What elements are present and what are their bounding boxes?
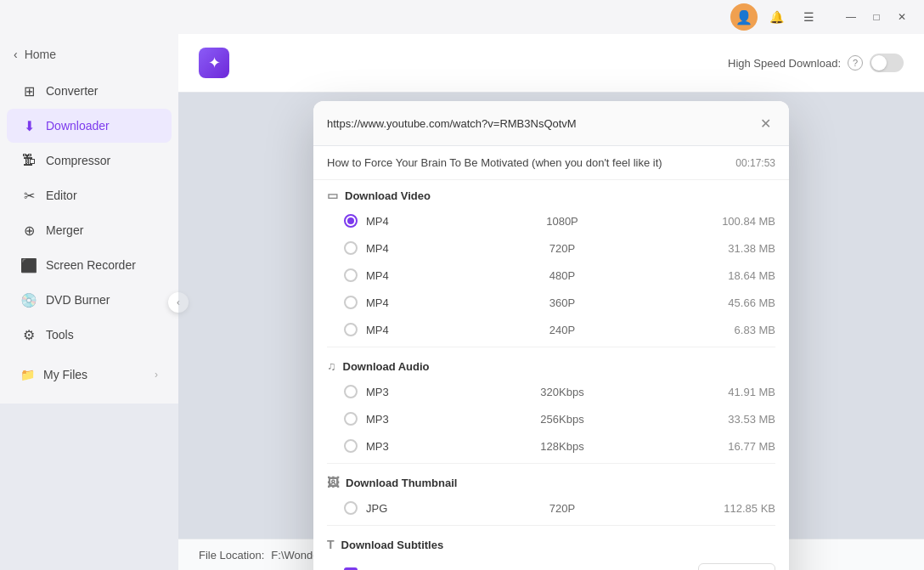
video-format-radio-2[interactable] xyxy=(344,268,358,282)
audio-format-quality-0: 320Kbps xyxy=(417,386,707,398)
audio-format-row-1[interactable]: MP3 256Kbps 33.53 MB xyxy=(313,405,789,432)
video-format-size-3: 45.66 MB xyxy=(707,296,775,309)
audio-format-radio-1[interactable] xyxy=(344,412,358,426)
downloader-icon: ⬇ xyxy=(20,117,37,134)
compressor-icon: 🗜 xyxy=(20,152,37,169)
sidebar-item-dvd-burner[interactable]: 💿 DVD Burner xyxy=(7,283,172,317)
content-area: ✦ High Speed Download: ? https://www.you… xyxy=(178,34,924,570)
download-thumbnail-label: Download Thumbnail xyxy=(346,477,457,489)
video-format-row-1[interactable]: MP4 720P 31.38 MB xyxy=(313,234,789,262)
thumbnail-format-radio-0[interactable] xyxy=(344,501,358,515)
sidebar-item-label-tools: Tools xyxy=(46,328,74,341)
audio-format-row-2[interactable]: MP3 128Kbps 16.77 MB xyxy=(313,432,789,460)
download-audio-label: Download Audio xyxy=(343,360,430,373)
maximize-button[interactable]: □ xyxy=(865,8,888,25)
notification-icon[interactable]: 🔔 xyxy=(763,3,790,31)
video-format-size-2: 18.64 MB xyxy=(707,269,775,282)
minimize-button[interactable]: — xyxy=(839,8,863,25)
video-format-type-1: MP4 xyxy=(366,242,417,255)
screen-recorder-icon: ⬛ xyxy=(20,257,37,274)
nav-items: ⊞ Converter ⬇ Downloader 🗜 Compressor ✂ … xyxy=(0,73,178,353)
video-format-radio-1[interactable] xyxy=(344,241,358,255)
download-thumbnail-section-header: 🖼 Download Thumbnail xyxy=(313,467,789,494)
audio-format-quality-2: 128Kbps xyxy=(417,440,707,453)
downloader-content: https://www.youtube.com/watch?v=RMB3NsQo… xyxy=(178,93,924,539)
dvd-burner-icon: 💿 xyxy=(20,291,37,308)
high-speed-section: High Speed Download: ? xyxy=(728,54,904,72)
download-subtitles-section-header: T Download Subtitles xyxy=(313,529,789,556)
modal-close-button[interactable]: ✕ xyxy=(755,113,775,133)
editor-icon: ✂ xyxy=(20,187,37,204)
divider-thumbnail xyxy=(327,463,775,464)
language-select[interactable]: English Spanish French German Chinese Ja… xyxy=(698,563,775,570)
menu-icon[interactable]: ☰ xyxy=(795,3,822,31)
audio-format-row-0[interactable]: MP3 320Kbps 41.91 MB xyxy=(313,378,789,405)
modal-url-bar: https://www.youtube.com/watch?v=RMB3NsQo… xyxy=(313,101,789,146)
sidebar-item-label-compressor: Compressor xyxy=(46,154,110,167)
video-format-radio-0[interactable] xyxy=(344,214,358,228)
chevron-left-icon: ‹ xyxy=(14,48,18,61)
high-speed-toggle[interactable] xyxy=(870,54,904,72)
avatar-icon[interactable]: 👤 xyxy=(730,3,758,31)
video-format-size-4: 6.83 MB xyxy=(707,324,775,336)
sidebar-item-compressor[interactable]: 🗜 Compressor xyxy=(7,144,172,178)
subtitles-row: Original Subtitles Language: English Spa… xyxy=(313,556,789,570)
help-icon[interactable]: ? xyxy=(848,55,863,71)
sidebar-item-my-files[interactable]: 📁 My Files › xyxy=(7,359,172,390)
video-format-row-3[interactable]: MP4 360P 45.66 MB xyxy=(313,289,789,316)
sidebar-item-merger[interactable]: ⊕ Merger xyxy=(7,213,172,247)
sidebar-item-label-merger: Merger xyxy=(46,223,83,237)
sidebar-item-label-converter: Converter xyxy=(46,84,98,98)
original-subtitles-checkbox[interactable] xyxy=(344,567,358,571)
sidebar-item-converter[interactable]: ⊞ Converter xyxy=(7,74,172,108)
audio-format-type-2: MP3 xyxy=(366,440,417,453)
subtitles-section-icon: T xyxy=(327,538,335,551)
chevron-right-icon: › xyxy=(155,369,158,381)
video-format-quality-0: 1080P xyxy=(417,215,707,228)
sidebar-bottom: 📁 My Files › xyxy=(0,353,178,397)
audio-format-size-2: 16.77 MB xyxy=(707,440,775,453)
close-button[interactable]: ✕ xyxy=(890,8,914,25)
audio-format-radio-2[interactable] xyxy=(344,439,358,453)
video-format-type-0: MP4 xyxy=(366,215,417,228)
home-label: Home xyxy=(25,48,56,61)
video-format-type-3: MP4 xyxy=(366,296,417,309)
video-title-row: How to Force Your Brain To Be Motivated … xyxy=(313,146,789,180)
audio-format-type-1: MP3 xyxy=(366,413,417,426)
sidebar-item-downloader[interactable]: ⬇ Downloader xyxy=(7,109,172,143)
video-format-row-2[interactable]: MP4 480P 18.64 MB xyxy=(313,262,789,289)
audio-format-type-0: MP3 xyxy=(366,386,417,398)
video-format-quality-2: 480P xyxy=(417,269,707,282)
video-title: How to Force Your Brain To Be Motivated … xyxy=(327,156,662,169)
window-controls: — □ ✕ xyxy=(839,8,914,25)
download-video-label: Download Video xyxy=(345,189,431,202)
sidebar-item-screen-recorder[interactable]: ⬛ Screen Recorder xyxy=(7,248,172,282)
sidebar-item-editor[interactable]: ✂ Editor xyxy=(7,178,172,212)
thumbnail-section-icon: 🖼 xyxy=(327,476,339,489)
video-url: https://www.youtube.com/watch?v=RMB3NsQo… xyxy=(327,117,748,130)
video-formats-list: MP4 1080P 100.84 MB MP4 720P 31.38 MB MP… xyxy=(313,207,789,343)
sidebar-home[interactable]: ‹ Home xyxy=(0,41,178,73)
merger-icon: ⊕ xyxy=(20,222,37,239)
sidebar-wrapper: ‹ Home ⊞ Converter ⬇ Downloader 🗜 Compre… xyxy=(0,34,178,570)
video-duration: 00:17:53 xyxy=(735,157,775,169)
audio-format-radio-0[interactable] xyxy=(344,385,358,398)
video-format-radio-3[interactable] xyxy=(344,296,358,309)
video-format-radio-4[interactable] xyxy=(344,323,358,336)
sidebar-item-tools[interactable]: ⚙ Tools xyxy=(7,318,172,352)
thumbnail-format-quality-0: 720P xyxy=(417,502,707,515)
app-logo: ✦ xyxy=(199,48,229,78)
thumbnail-format-size-0: 112.85 KB xyxy=(707,502,775,515)
video-format-quality-1: 720P xyxy=(417,242,707,255)
high-speed-label: High Speed Download: xyxy=(728,57,841,70)
video-format-type-2: MP4 xyxy=(366,269,417,282)
audio-formats-list: MP3 320Kbps 41.91 MB MP3 256Kbps 33.53 M… xyxy=(313,378,789,460)
file-location-label: File Location: xyxy=(199,549,264,562)
video-format-row-0[interactable]: MP4 1080P 100.84 MB xyxy=(313,207,789,234)
video-format-row-4[interactable]: MP4 240P 6.83 MB xyxy=(313,316,789,343)
video-format-quality-3: 360P xyxy=(417,296,707,309)
logo-icon: ✦ xyxy=(208,54,221,72)
converter-icon: ⊞ xyxy=(20,82,37,99)
sidebar-item-label-screen-recorder: Screen Recorder xyxy=(46,258,136,272)
thumbnail-format-row-0[interactable]: JPG 720P 112.85 KB xyxy=(313,494,789,522)
